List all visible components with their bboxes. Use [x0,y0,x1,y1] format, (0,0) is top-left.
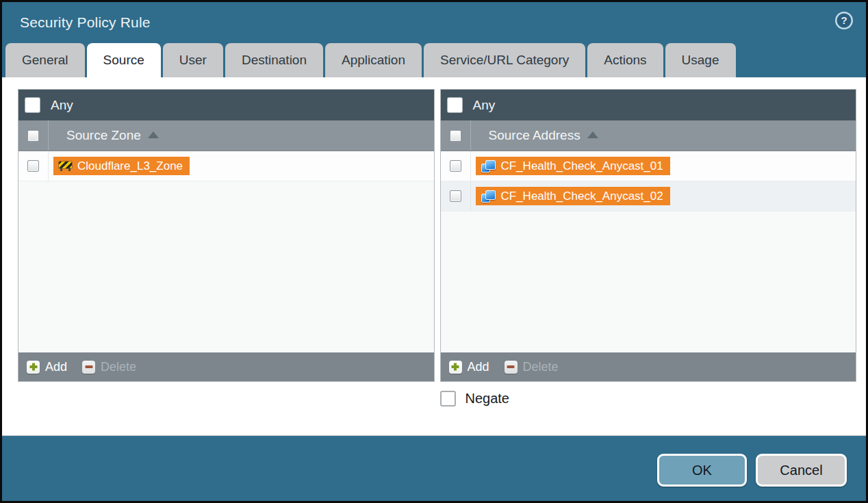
tab-destination[interactable]: Destination [225,43,323,77]
tab-user[interactable]: User [163,43,223,77]
source-address-list: CF_Health_Check_Anycast_01CF_Health_Chec… [441,151,856,352]
source-address-any-label: Any [473,98,496,113]
header-checkbox-cell [441,120,471,151]
dialog-title: Security Policy Rule [20,14,151,31]
tab-usage[interactable]: Usage [665,43,736,77]
source-zone-any-checkbox[interactable] [25,98,40,112]
selected-object-item[interactable]: CF_Health_Check_Anycast_01 [476,157,670,175]
tab-actions[interactable]: Actions [587,43,663,77]
delete-minus-icon [505,361,518,374]
tab-service-url-category[interactable]: Service/URL Category [424,43,585,77]
add-button[interactable]: Add [449,360,489,374]
select-all-checkbox[interactable] [450,130,461,142]
selected-object-item[interactable]: Cloudflare_L3_Zone [53,157,190,175]
table-row: Cloudflare_L3_Zone [18,151,434,181]
source-zone-any-label: Any [51,98,73,113]
tab-bar: GeneralSourceUserDestinationApplicationS… [2,43,866,77]
tab-application[interactable]: Application [325,43,422,77]
add-plus-icon [27,361,40,374]
row-checkbox-cell [441,151,471,181]
object-item-label: CF_Health_Check_Anycast_02 [501,190,663,203]
source-zone-panel: Any Source Zone Cloudflare_L3_Zone Add [18,89,435,382]
negate-label: Negate [465,391,510,407]
add-button[interactable]: Add [27,360,67,374]
sort-ascending-icon [587,131,598,138]
row-checkbox-cell [441,181,471,211]
tab-source[interactable]: Source [87,43,161,77]
source-zone-footer: Add Delete [18,352,434,381]
delete-button[interactable]: Delete [505,360,559,374]
row-checkbox[interactable] [450,190,461,202]
address-icon [481,160,496,172]
column-header-label: Source Zone [66,128,141,143]
negate-row: Negate [18,391,856,407]
source-zone-any-row: Any [18,90,434,120]
source-address-any-checkbox[interactable] [448,98,462,112]
delete-button[interactable]: Delete [82,360,136,374]
source-address-column-header[interactable]: Source Address [441,120,856,151]
delete-minus-icon [82,361,95,374]
header-checkbox-cell [18,120,49,151]
tab-general[interactable]: General [5,43,85,77]
source-address-any-row: Any [441,90,856,120]
add-label: Add [468,360,489,374]
source-address-panel: Any Source Address CF_Health_Check_Anyca… [440,89,857,382]
object-item-label: Cloudflare_L3_Zone [77,159,183,173]
select-all-checkbox[interactable] [27,130,39,142]
delete-label: Delete [101,360,136,374]
address-icon [481,190,496,203]
source-zone-list: Cloudflare_L3_Zone [18,151,434,352]
selected-object-item[interactable]: CF_Health_Check_Anycast_02 [476,187,670,205]
security-policy-rule-dialog: Security Policy Rule ? GeneralSourceUser… [0,0,868,503]
ok-button[interactable]: OK [657,454,747,487]
column-header-label: Source Address [489,128,580,143]
dialog-body: Any Source Zone Cloudflare_L3_Zone Add [2,77,866,436]
source-zone-column-header[interactable]: Source Zone [18,120,434,151]
dialog-footer: OK Cancel [2,436,866,501]
zone-icon [59,162,72,168]
table-row: CF_Health_Check_Anycast_01 [441,151,856,181]
title-bar: Security Policy Rule ? [2,2,866,43]
add-plus-icon [449,361,462,374]
row-checkbox[interactable] [27,160,39,172]
cancel-button[interactable]: Cancel [756,454,847,487]
object-item-label: CF_Health_Check_Anycast_01 [501,159,663,173]
source-address-footer: Add Delete [441,352,856,381]
negate-checkbox[interactable] [440,391,456,407]
delete-label: Delete [523,360,559,374]
row-checkbox[interactable] [450,160,461,172]
row-checkbox-cell [18,151,49,181]
table-row: CF_Health_Check_Anycast_02 [441,181,856,211]
add-label: Add [45,360,67,374]
help-icon[interactable]: ? [834,11,854,30]
svg-text:?: ? [841,14,847,26]
sort-ascending-icon [148,131,159,138]
